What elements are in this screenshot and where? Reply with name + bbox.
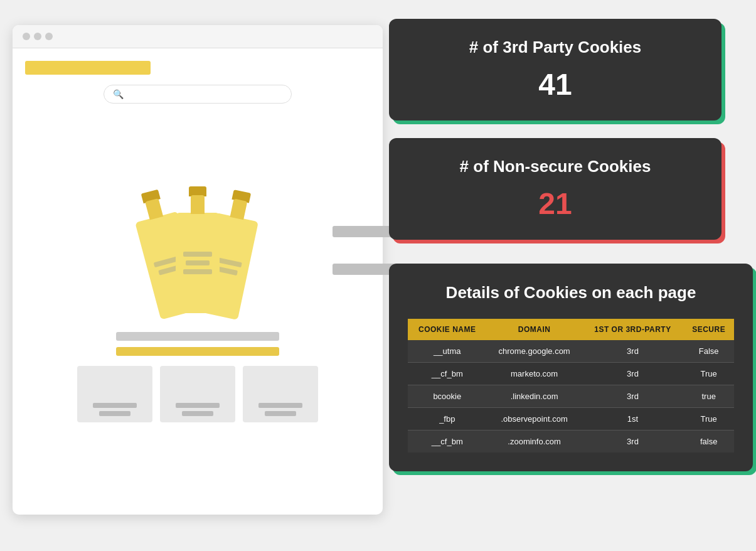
bottle-neck-center xyxy=(191,195,205,214)
browser-toolbar xyxy=(13,25,383,48)
cell-party: 3rd xyxy=(582,385,684,407)
table-head: COOKIE NAME DOMAIN 1ST OR 3RD-PARTY SECU… xyxy=(408,319,734,340)
card-line-1 xyxy=(93,403,137,408)
float-bar-2 xyxy=(333,264,395,275)
cell-party: 3rd xyxy=(582,362,684,385)
table-row: __cf_bm marketo.com 3rd True xyxy=(408,362,734,385)
cell-secure: True xyxy=(683,407,734,430)
cell-secure: False xyxy=(683,340,734,363)
bottle-label-center-3 xyxy=(183,269,212,274)
bottle-body-center xyxy=(176,213,220,313)
cell-domain: .observepoint.com xyxy=(487,407,582,430)
stat-card-third-party: # of 3rd Party Cookies 41 xyxy=(389,19,721,120)
bottle-neck xyxy=(145,198,163,220)
stat2-value: 21 xyxy=(414,186,696,221)
details-title: Details of Cookies on each page xyxy=(408,282,734,304)
cell-domain: .zoominfo.com xyxy=(487,430,582,452)
bottle-label-center xyxy=(183,252,212,257)
col-cookie-name: COOKIE NAME xyxy=(408,319,487,340)
cell-name: bcookie xyxy=(408,385,487,407)
browser-content: 🔍 xyxy=(13,48,383,435)
stat2-title: # of Non-secure Cookies xyxy=(414,157,696,176)
cell-party: 3rd xyxy=(582,340,684,363)
content-line-yellow xyxy=(116,347,279,356)
cell-secure: false xyxy=(683,430,734,452)
cell-domain: marketo.com xyxy=(487,362,582,385)
table-row: __cf_bm .zoominfo.com 3rd false xyxy=(408,430,734,452)
cell-party: 3rd xyxy=(582,430,684,452)
stat-card-nonsecure: # of Non-secure Cookies 21 xyxy=(389,138,721,240)
cell-secure: true xyxy=(683,385,734,407)
table-row: _fbp .observepoint.com 1st True xyxy=(408,407,734,430)
card-line-3 xyxy=(176,403,220,408)
table-row: bcookie .linkedin.com 3rd true xyxy=(408,385,734,407)
card-line-2 xyxy=(99,411,130,416)
card-line-4 xyxy=(182,411,213,416)
cell-name: _fbp xyxy=(408,407,487,430)
card-line-5 xyxy=(258,403,302,408)
table-body: __utma chrome.google.com 3rd False __cf_… xyxy=(408,340,734,452)
browser-dots xyxy=(23,33,53,40)
details-card: Details of Cookies on each page COOKIE N… xyxy=(389,264,753,471)
cell-domain: .linkedin.com xyxy=(487,385,582,407)
col-secure: SECURE xyxy=(683,319,734,340)
cell-name: __cf_bm xyxy=(408,362,487,385)
browser-window: 🔍 xyxy=(13,25,383,515)
card-2 xyxy=(160,366,235,422)
card-3 xyxy=(243,366,318,422)
content-lines xyxy=(25,332,370,422)
cards-row xyxy=(31,366,364,422)
dot-red xyxy=(23,33,30,40)
table-header-row: COOKIE NAME DOMAIN 1ST OR 3RD-PARTY SECU… xyxy=(408,319,734,340)
bottle-neck-right xyxy=(230,198,248,220)
bottle-label-center-2 xyxy=(186,260,210,265)
table-row: __utma chrome.google.com 3rd False xyxy=(408,340,734,363)
col-party: 1ST OR 3RD-PARTY xyxy=(582,319,684,340)
card-line-6 xyxy=(265,411,296,416)
search-bar-mock: 🔍 xyxy=(104,85,292,104)
search-icon: 🔍 xyxy=(113,89,124,99)
cell-domain: chrome.google.com xyxy=(487,340,582,363)
stat1-value: 41 xyxy=(414,67,696,102)
cell-secure: True xyxy=(683,362,734,385)
bottles-illustration xyxy=(25,119,370,319)
address-bar-mock xyxy=(25,61,151,75)
dot-green xyxy=(45,33,53,40)
stat1-title: # of 3rd Party Cookies xyxy=(414,38,696,57)
card-1 xyxy=(77,366,152,422)
col-domain: DOMAIN xyxy=(487,319,582,340)
cell-name: __utma xyxy=(408,340,487,363)
content-line-1 xyxy=(116,332,279,341)
cell-name: __cf_bm xyxy=(408,430,487,452)
cell-party: 1st xyxy=(582,407,684,430)
bottle-center xyxy=(176,186,220,313)
cookie-table: COOKIE NAME DOMAIN 1ST OR 3RD-PARTY SECU… xyxy=(408,319,734,452)
dot-yellow xyxy=(34,33,41,40)
